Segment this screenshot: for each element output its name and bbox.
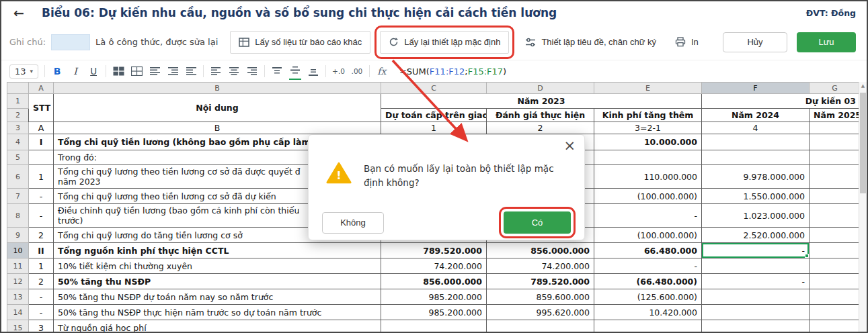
indent-increase-button[interactable] <box>185 64 197 79</box>
unmerge-cells-button[interactable] <box>130 64 143 79</box>
grid-cell[interactable]: I <box>29 134 54 150</box>
row-header-9[interactable]: 9 <box>7 228 29 243</box>
grid-cell[interactable]: 50% tăng thu NSĐP <box>54 274 381 289</box>
grid-cell[interactable] <box>810 165 861 189</box>
row-header-15[interactable]: 15 <box>7 320 29 332</box>
grid-cell[interactable]: Đánh giá thực hiện <box>487 109 594 122</box>
grid-cell[interactable]: 2 <box>29 228 54 243</box>
valign-top-button[interactable] <box>271 64 283 79</box>
grid-cell[interactable]: - <box>29 204 54 228</box>
indent-decrease-button[interactable] <box>167 64 179 79</box>
scrollbar-thumb[interactable] <box>860 93 866 193</box>
print-button[interactable]: In <box>671 31 703 54</box>
grid-cell[interactable] <box>810 150 861 165</box>
row-header-13[interactable]: 13 <box>7 289 29 305</box>
grid-cell[interactable]: 2 <box>29 274 54 289</box>
grid-cell[interactable]: 1 <box>29 258 54 274</box>
grid-cell[interactable] <box>810 134 861 150</box>
grid-cell[interactable]: Kinh phí tăng thêm <box>594 109 702 122</box>
row-header-7[interactable]: 7 <box>7 189 29 204</box>
align-left-button[interactable] <box>210 64 222 79</box>
grid-cell[interactable] <box>702 150 810 165</box>
wrap-text-button[interactable] <box>149 64 161 79</box>
valign-middle-button[interactable] <box>289 63 301 80</box>
grid-cell[interactable] <box>29 150 54 165</box>
grid-cell[interactable]: B <box>54 122 381 134</box>
grid-cell[interactable]: - <box>29 189 54 204</box>
grid-cell[interactable]: 789.520.000 <box>487 274 594 289</box>
grid-cell[interactable]: 995.620.000 <box>487 305 594 320</box>
grid-cell[interactable]: 50% tăng thu NSĐP dự toán năm nay so năm… <box>54 289 381 305</box>
grid-cell[interactable] <box>702 258 810 274</box>
back-icon[interactable]: ← <box>13 7 24 19</box>
grid-cell[interactable]: Năm 2024 <box>702 109 810 122</box>
grid-cell[interactable]: (66.480.000) <box>594 274 702 289</box>
grid-cell[interactable]: 10.420.000 <box>594 305 702 320</box>
grid-cell[interactable]: 1 <box>381 122 487 134</box>
row-header-5[interactable]: 5 <box>7 150 29 165</box>
grid-cell[interactable] <box>381 320 487 332</box>
grid-cell[interactable]: 1 <box>29 165 54 189</box>
save-button[interactable]: Lưu <box>797 32 856 52</box>
grid-cell[interactable]: 10% tiết kiệm chi thường xuyên <box>54 258 381 274</box>
grid-cell[interactable]: - <box>702 243 810 258</box>
grid-cell[interactable]: 3 <box>29 320 54 332</box>
grid-cell[interactable] <box>702 305 810 320</box>
grid-cell[interactable]: (100.000.000) <box>594 228 702 243</box>
row-header-10[interactable]: 10 <box>7 243 29 258</box>
grid-cell[interactable]: 10.000.000 <box>594 134 702 150</box>
grid-cell[interactable] <box>810 204 861 228</box>
grid-cell[interactable] <box>810 243 861 258</box>
reset-default-button[interactable]: Lấy lại thiết lập mặc định <box>380 31 509 54</box>
grid-cell[interactable] <box>810 320 861 332</box>
title-signature-button[interactable]: Thiết lập tiêu đề, chân chữ ký <box>521 31 660 54</box>
grid-cell[interactable] <box>810 289 861 305</box>
grid-cell[interactable]: 985.200.000 <box>381 305 487 320</box>
grid-cell[interactable]: - <box>594 204 702 228</box>
row-header-12[interactable]: 12 <box>7 274 29 289</box>
grid-cell[interactable] <box>702 289 810 305</box>
grid-cell[interactable]: 1.023.000.000 <box>702 204 810 228</box>
grid-cell[interactable] <box>810 274 861 289</box>
increase-decimal-button[interactable]: +.0 <box>332 64 345 79</box>
grid-corner[interactable] <box>7 83 29 94</box>
grid-cell[interactable] <box>487 320 594 332</box>
col-header-B[interactable]: B <box>54 83 381 94</box>
scroll-up-icon[interactable]: ▲ <box>859 83 867 89</box>
col-header-A[interactable]: A <box>29 83 54 94</box>
underline-button[interactable]: U <box>87 64 100 79</box>
grid-cell[interactable]: Dự kiến 03 <box>702 94 861 109</box>
col-header-E[interactable]: E <box>594 83 702 94</box>
bold-button[interactable]: B <box>51 64 63 79</box>
row-header-11[interactable]: 11 <box>7 258 29 274</box>
font-size-select[interactable]: 13 ▾ <box>9 64 38 79</box>
grid-cell[interactable]: 4 <box>702 122 810 134</box>
grid-cell[interactable]: Năm 2023 <box>381 94 702 109</box>
row-header-14[interactable]: 14 <box>7 305 29 320</box>
grid-cell[interactable]: Năm 2025 <box>810 109 861 122</box>
merge-cells-button[interactable] <box>112 64 124 79</box>
grid-cell[interactable] <box>810 228 861 243</box>
grid-cell[interactable]: STT <box>29 94 54 122</box>
grid-cell[interactable]: 66.480.000 <box>594 243 702 258</box>
grid-cell[interactable]: 9.978.000.000 <box>702 165 810 189</box>
row-header-8[interactable]: 8 <box>7 204 29 228</box>
grid-cell[interactable]: (125.600.000) <box>594 289 702 305</box>
grid-cell[interactable]: (100.000.000) <box>594 189 702 204</box>
grid-cell[interactable]: - <box>29 289 54 305</box>
col-header-F[interactable]: F <box>702 83 810 94</box>
align-right-button[interactable] <box>246 64 258 79</box>
grid-cell[interactable]: 50% tăng thu NSĐP thực hiện năm trước so… <box>54 305 381 320</box>
grid-cell[interactable]: - <box>702 274 810 289</box>
col-header-G[interactable]: G <box>810 83 861 94</box>
close-icon[interactable]: × <box>563 138 576 154</box>
grid-cell[interactable] <box>810 305 861 320</box>
formula-input[interactable]: =SUM(F11:F12;F15:F17) <box>399 66 506 77</box>
grid-cell[interactable] <box>810 189 861 204</box>
grid-cell[interactable]: 74.200.000 <box>487 258 594 274</box>
grid-cell[interactable]: 3=2-1 <box>594 122 702 134</box>
row-header-3[interactable]: 3 <box>7 122 29 134</box>
grid-cell[interactable]: 856.000.000 <box>487 243 594 258</box>
cancel-button[interactable]: Hủy <box>723 32 787 52</box>
yes-button[interactable]: Có <box>504 211 571 234</box>
